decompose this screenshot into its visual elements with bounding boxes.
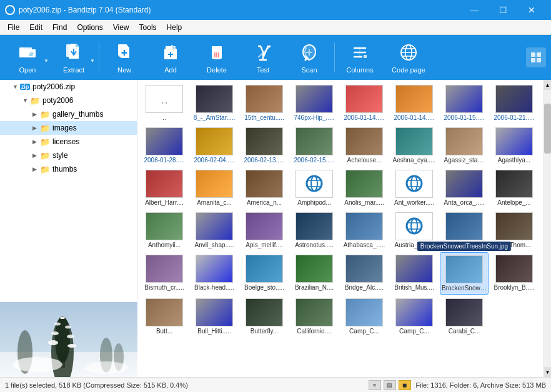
file-item[interactable]: 2006-02-15.....: [290, 125, 339, 166]
svg-point-56: [407, 176, 422, 191]
file-item[interactable]: Bismuth_cr.....: [140, 252, 189, 295]
svg-rect-13: [212, 48, 222, 50]
file-item[interactable]: ....: [140, 82, 189, 124]
file-item[interactable]: Bridge_Alc.....: [340, 252, 389, 295]
file-item[interactable]: 2006-01-14.....: [390, 82, 439, 124]
tree-item-images[interactable]: ▶ 📁 images: [0, 121, 137, 135]
test-label: Test: [257, 66, 269, 74]
file-item[interactable]: 746px-Hip_.....: [290, 82, 339, 124]
extract-arrow: ▼: [90, 58, 95, 64]
file-item[interactable]: Brazilian_N....: [290, 252, 339, 295]
file-item[interactable]: Aeshna_cya.....: [390, 125, 439, 166]
codepage-button[interactable]: Code page: [384, 37, 434, 77]
svg-point-40: [48, 340, 58, 345]
list-view-button[interactable]: ≡: [369, 380, 381, 390]
add-icon: [159, 41, 182, 64]
file-item[interactable]: Black-head.....: [190, 252, 239, 295]
file-label: Albert_Harr....: [141, 199, 187, 206]
file-label: 2006-01-14.....: [391, 114, 437, 121]
zip-icon: zip: [20, 82, 30, 92]
tree-item-style[interactable]: ▶ 📁 style: [0, 149, 137, 162]
scrollbar[interactable]: ▲ ▼: [544, 80, 551, 377]
open-button[interactable]: Open ▼: [5, 37, 50, 77]
file-list[interactable]: ....8_-_AmStar.....15th_centu.....746px-…: [137, 80, 544, 377]
file-item[interactable]: America_n...: [240, 167, 289, 208]
file-item[interactable]: Anvil_shap.....: [190, 210, 239, 251]
file-item[interactable]: Antelope_...: [490, 167, 539, 208]
svg-rect-33: [537, 58, 541, 62]
file-item[interactable]: Butt...: [140, 296, 189, 337]
app-icon: [5, 5, 15, 15]
svg-rect-30: [531, 52, 535, 57]
highlight-button[interactable]: ◼: [399, 380, 411, 390]
extract-button[interactable]: Extract ▼: [51, 37, 96, 77]
file-item[interactable]: 2006-01-21.....: [490, 82, 539, 124]
file-item[interactable]: Achelouse...: [340, 125, 389, 166]
file-item[interactable]: Athabasca_.....: [340, 210, 389, 251]
new-button[interactable]: New: [102, 37, 147, 77]
tree-item-licenses[interactable]: ▶ 📁 licenses: [0, 135, 137, 149]
file-item[interactable]: Bill_Thom...: [490, 210, 539, 251]
file-item[interactable]: BrockenSnowe...BrockenSnowedTreesInSun.j…: [440, 252, 489, 295]
maximize-button[interactable]: ☐: [489, 0, 517, 20]
menu-tools[interactable]: Tools: [134, 22, 162, 33]
file-item[interactable]: Agasthiya...: [490, 125, 539, 166]
file-item[interactable]: Austria_Bu.....: [390, 210, 439, 251]
delete-button[interactable]: Delete: [194, 37, 239, 77]
tree-arrow: ▶: [32, 152, 40, 159]
tree-item-poty2006[interactable]: ▼ 📁 poty2006: [0, 94, 137, 107]
file-item[interactable]: Astronotus.....: [290, 210, 339, 251]
tree-item-zip[interactable]: ▼ zip poty2006.zip: [0, 80, 137, 94]
file-item[interactable]: Apis_mellif....: [240, 210, 289, 251]
file-item[interactable]: Ant_worker.....: [390, 167, 439, 208]
file-item[interactable]: 8_-_AmStar.....: [190, 82, 239, 124]
file-item[interactable]: 2006-02-04.....: [190, 125, 239, 166]
file-item[interactable]: 2006-01-14.....: [340, 82, 389, 124]
file-item[interactable]: 15th_centu.....: [240, 82, 289, 124]
file-item[interactable]: Albert_Harr....: [140, 167, 189, 208]
file-item[interactable]: 2006-02-13.....: [240, 125, 289, 166]
file-item[interactable]: Agassiz_sta....: [440, 125, 489, 166]
menu-edit[interactable]: Edit: [24, 22, 47, 33]
minimize-button[interactable]: —: [460, 0, 489, 20]
tree-label-images: images: [52, 124, 77, 132]
file-item[interactable]: Camp_C...: [340, 296, 389, 337]
menu-file[interactable]: File: [2, 22, 24, 33]
tree-item-gallery[interactable]: ▶ 📁 gallery_thumbs: [0, 107, 137, 121]
file-item[interactable]: Butterfly...: [240, 296, 289, 337]
tree-arrow: ▼: [12, 84, 20, 90]
file-item[interactable]: 2006-01-15.....: [440, 82, 489, 124]
columns-button[interactable]: Columns: [337, 37, 382, 77]
file-item[interactable]: Berlin_Worl....: [440, 210, 489, 251]
test-button[interactable]: Test: [241, 37, 285, 77]
file-label: 746px-Hip_.....: [291, 114, 337, 121]
toolbar-right: [526, 47, 546, 67]
svg-point-45: [65, 326, 71, 329]
file-item[interactable]: Camp_C...: [390, 296, 439, 337]
svg-point-57: [411, 176, 417, 191]
file-item[interactable]: Anta_orca_.....: [440, 167, 489, 208]
add-button[interactable]: Add: [148, 37, 193, 77]
file-item[interactable]: Bull_Hitti.....: [190, 296, 239, 337]
file-item[interactable]: Carabi_C...: [440, 296, 489, 337]
file-item[interactable]: Anolis_mar.....: [340, 167, 389, 208]
detail-view-button[interactable]: ▤: [384, 380, 396, 390]
file-item[interactable]: Amanita_c...: [190, 167, 239, 208]
file-item[interactable]: Anthomyii...: [140, 210, 189, 251]
menu-find[interactable]: Find: [47, 22, 72, 33]
file-item[interactable]: Boelge_sto.....: [240, 252, 289, 295]
menu-options[interactable]: Options: [72, 22, 107, 33]
file-item[interactable]: Amphipod...: [290, 167, 339, 208]
close-button[interactable]: ✕: [517, 0, 546, 20]
tree-item-thumbs[interactable]: ▶ 📁 thumbs: [0, 162, 137, 176]
scan-button[interactable]: Scan: [287, 37, 332, 77]
grid-toggle-button[interactable]: [526, 47, 546, 67]
file-item[interactable]: 2006-01-28.....: [140, 125, 189, 166]
separator-2: [334, 42, 335, 72]
file-item[interactable]: British_Mus....: [390, 252, 439, 295]
menu-view[interactable]: View: [108, 22, 134, 33]
file-item[interactable]: Brooklyn_B.....: [490, 252, 539, 295]
file-label: Apis_mellif....: [241, 242, 287, 248]
menu-help[interactable]: Help: [162, 22, 187, 33]
file-item[interactable]: Callifornio....: [290, 296, 339, 337]
